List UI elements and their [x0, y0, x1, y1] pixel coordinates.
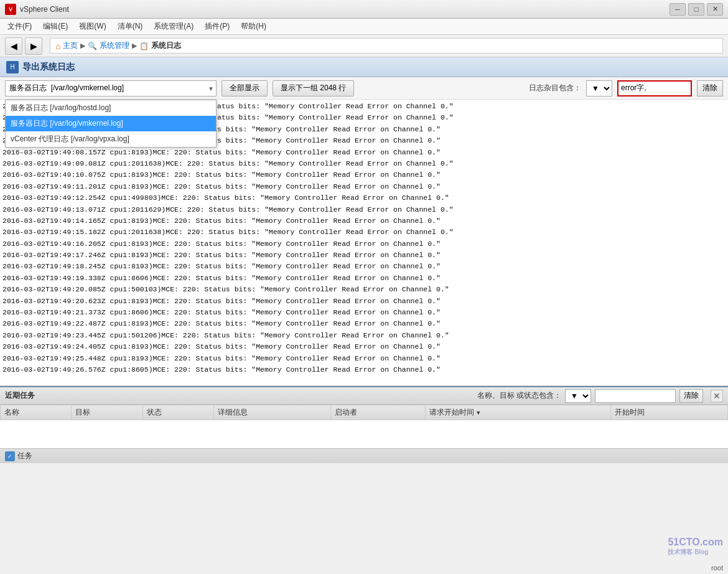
forward-button[interactable]: ▶ [25, 37, 42, 55]
menu-file[interactable]: 文件(F) [2, 19, 37, 34]
filter-keyword-input[interactable] [617, 80, 692, 96]
tasks-clear-button[interactable]: 清除 [679, 389, 703, 403]
tasks-table: 名称 目标 状态 详细信息 启动者 请求开始时间 开始时间 [0, 405, 728, 420]
menu-view[interactable]: 视图(W) [74, 19, 111, 34]
col-target[interactable]: 目标 [72, 405, 142, 420]
log-select-input[interactable] [5, 80, 217, 96]
back-button[interactable]: ◀ [5, 37, 22, 55]
log-line: 2016-03-02T19:49:19.338Z cpu1:8606)MCE: … [2, 273, 726, 284]
tasks-filter-input[interactable] [595, 389, 676, 403]
tasks-filter-label: 名称、目标 或状态包含： [477, 390, 561, 401]
dropdown-item-2[interactable]: vCenter 代理日志 [/var/log/vpxa.log] [6, 131, 216, 147]
home-icon: ⌂ [55, 41, 60, 51]
log-line: 2016-03-02T19:49:18.245Z cpu1:8193)MCE: … [2, 261, 726, 272]
log-line: 2016-03-02T19:49:25.448Z cpu1:8193)MCE: … [2, 353, 726, 364]
tasks-title: 近期任务 [5, 390, 35, 401]
task-label: 任务 [17, 451, 32, 461]
tasks-table-wrapper[interactable]: 名称 目标 状态 详细信息 启动者 请求开始时间 开始时间 [0, 405, 728, 448]
menu-help[interactable]: 帮助(H) [236, 19, 271, 34]
menu-admin[interactable]: 系统管理(A) [149, 19, 198, 34]
log-line: 2016-03-02T19:49:23.445Z cpu1:501206)MCE… [2, 330, 726, 341]
window-controls: ─ □ ✕ [670, 3, 723, 16]
breadcrumb-home[interactable]: 主页 [63, 40, 78, 51]
col-start-time[interactable]: 开始时间 [610, 405, 727, 420]
maximize-button[interactable]: □ [688, 3, 704, 16]
breadcrumb-system[interactable]: 系统管理 [100, 40, 129, 51]
col-initiator[interactable]: 启动者 [331, 405, 425, 420]
log-line: 2016-03-02T19:49:14.165Z cpu1:8193)MCE: … [2, 215, 726, 227]
breadcrumb: ⌂ 主页 ▶ 🔍 系统管理 ▶ 📋 系统日志 [50, 38, 723, 54]
tasks-filter-type[interactable]: ▼ [565, 389, 591, 403]
page-header: H 导出系统日志 [0, 57, 728, 77]
log-icon: 📋 [139, 42, 149, 50]
log-line: 2016-03-02T19:49:20.623Z cpu1:8193)MCE: … [2, 296, 726, 307]
col-request-time[interactable]: 请求开始时间 [425, 405, 610, 420]
log-line: 2016-03-02T19:49:12.254Z cpu1:499803)MCE… [2, 192, 726, 204]
tasks-section: 近期任务 名称、目标 或状态包含： ▼ 清除 ✕ 名称 目标 状态 详细信息 启… [0, 386, 728, 448]
title-bar: V vSphere Client ─ □ ✕ [0, 0, 728, 19]
log-line: 2016-03-02T19:49:21.373Z cpu1:8606)MCE: … [2, 307, 726, 318]
title-bar-left: V vSphere Client [5, 4, 69, 15]
log-dropdown[interactable]: 服务器日志 [/var/log/hostd.log] 服务器日志 [/var/l… [5, 100, 217, 148]
menu-inventory[interactable]: 清单(N) [113, 19, 148, 34]
watermark: 51CTO.com 技术博客 Blog [668, 537, 723, 557]
watermark-sub: 技术博客 Blog [668, 548, 723, 557]
breadcrumb-sep1: ▶ [80, 42, 85, 50]
log-line: 2016-03-02T19:49:10.075Z cpu1:8193)MCE: … [2, 169, 726, 181]
tasks-header: 近期任务 名称、目标 或状态包含： ▼ 清除 ✕ [0, 387, 728, 405]
search-icon: 🔍 [88, 42, 97, 50]
log-line: 2016-03-02T19:49:13.071Z cpu1:2011629)MC… [2, 204, 726, 215]
clear-filter-button[interactable]: 清除 [697, 80, 723, 96]
col-status[interactable]: 状态 [142, 405, 213, 420]
minimize-button[interactable]: ─ [670, 3, 686, 16]
close-button[interactable]: ✕ [707, 3, 723, 16]
app-title: vSphere Client [20, 5, 69, 14]
show-next-button[interactable]: 显示下一组 2048 行 [273, 80, 354, 96]
col-detail[interactable]: 详细信息 [213, 405, 330, 420]
breadcrumb-current: 系统日志 [151, 40, 181, 51]
log-line: 2016-03-02T19:49:17.246Z cpu1:8193)MCE: … [2, 250, 726, 261]
menu-edit[interactable]: 编辑(E) [38, 19, 73, 34]
tasks-filter: 名称、目标 或状态包含： ▼ 清除 ✕ [477, 389, 723, 403]
status-bar: ✓ 任务 [0, 448, 728, 463]
log-line: 2016-03-02T19:49:11.201Z cpu1:8193)MCE: … [2, 181, 726, 192]
menu-plugin[interactable]: 插件(P) [200, 19, 235, 34]
log-line: 2016-03-02T19:49:16.205Z cpu1:8193)MCE: … [2, 238, 726, 250]
log-line: 2016-03-02T19:49:09.081Z cpu1:2011638)MC… [2, 158, 726, 169]
filter-type-select[interactable]: ▼ [586, 80, 612, 96]
show-all-button[interactable]: 全部显示 [222, 80, 268, 96]
app-icon: V [5, 4, 16, 15]
user-label: root [711, 564, 723, 572]
filter-label: 日志杂目包含： [529, 83, 581, 93]
log-line: 2016-03-02T19:49:08.157Z cpu1:8193)MCE: … [2, 147, 726, 158]
page-title: 导出系统日志 [22, 62, 75, 73]
tasks-close-button[interactable]: ✕ [711, 390, 723, 402]
task-status-btn[interactable]: ✓ 任务 [5, 451, 32, 461]
task-icon: ✓ [5, 451, 15, 461]
log-select-wrapper[interactable]: ▼ [5, 80, 217, 96]
control-bar: ▼ 全部显示 显示下一组 2048 行 日志杂目包含： ▼ 清除 [0, 77, 728, 100]
log-line: 2016-03-02T19:49:15.182Z cpu1:2011638)MC… [2, 227, 726, 238]
watermark-site: 51CTO.com [668, 537, 723, 548]
log-line: 2016-03-02T19:49:20.085Z cpu1:500103)MCE… [2, 284, 726, 295]
log-line: 2016-03-02T19:49:26.576Z cpu1:8605)MCE: … [2, 364, 726, 375]
log-line: 2016-03-02T19:49:22.487Z cpu1:8193)MCE: … [2, 318, 726, 329]
breadcrumb-sep2: ▶ [132, 42, 137, 50]
menu-bar: 文件(F) 编辑(E) 视图(W) 清单(N) 系统管理(A) 插件(P) 帮助… [0, 19, 728, 35]
toolbar: ◀ ▶ ⌂ 主页 ▶ 🔍 系统管理 ▶ 📋 系统日志 [0, 35, 728, 57]
log-line: 2016-03-02T19:49:24.405Z cpu1:8193)MCE: … [2, 341, 726, 352]
user-info: root [711, 564, 723, 572]
dropdown-item-0[interactable]: 服务器日志 [/var/log/hostd.log] [6, 100, 216, 116]
dropdown-item-1[interactable]: 服务器日志 [/var/log/vmkernel.log] [6, 116, 216, 131]
page-header-icon: H [6, 61, 19, 73]
col-name[interactable]: 名称 [1, 405, 72, 420]
